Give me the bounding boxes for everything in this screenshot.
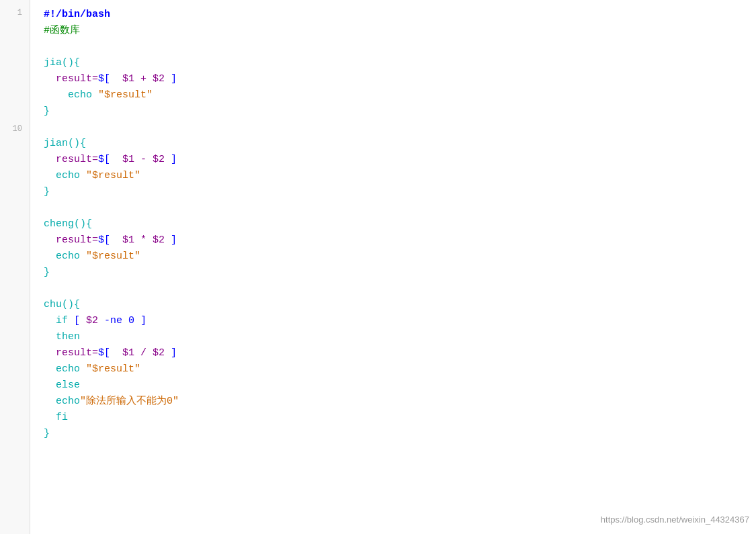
token: #!/bin/bash (44, 9, 110, 20)
token: { (80, 138, 86, 149)
token: $2 (86, 315, 104, 326)
line-number (22, 148, 26, 161)
token: jia() (44, 57, 74, 69)
token: ] (171, 73, 177, 85)
code-line: #!/bin/bash (44, 7, 743, 23)
token: [ (74, 315, 86, 326)
token: then (44, 331, 80, 343)
line-number (22, 161, 26, 174)
line-number: 10 (13, 123, 26, 136)
token: } (44, 428, 50, 439)
token: $[ (98, 154, 110, 165)
code-line: echo "$result" (44, 249, 743, 265)
code-line (44, 120, 743, 136)
line-number (22, 84, 26, 97)
token: echo (44, 363, 86, 375)
token: "$result" (86, 251, 140, 262)
token: } (44, 267, 50, 278)
line-number (22, 200, 26, 213)
line-number (22, 97, 26, 109)
token: $1 - $2 (110, 154, 171, 165)
line-number (22, 71, 26, 84)
code-area: #!/bin/bash#函数库 jia(){ result=$[ $1 + $2… (34, 7, 743, 442)
token: echo (44, 170, 86, 181)
token: { (74, 57, 80, 69)
token: result= (44, 73, 98, 85)
line-numbers: 110 (0, 0, 30, 534)
token: $1 + $2 (110, 73, 171, 85)
token: echo (44, 89, 98, 101)
code-line: } (44, 103, 743, 120)
line-number (22, 290, 26, 303)
token: result= (44, 234, 98, 246)
token: chu() (44, 299, 74, 310)
line-number (22, 32, 26, 45)
line-number (22, 19, 26, 32)
token: { (74, 299, 80, 310)
token: echo (44, 251, 86, 262)
code-line: else (44, 377, 743, 394)
token: ] (140, 315, 146, 326)
watermark: https://blog.csdn.net/weixin_44324367 (601, 513, 749, 527)
token: } (44, 105, 50, 117)
code-line: result=$[ $1 + $2 ] (44, 71, 743, 87)
token: #函数库 (44, 25, 80, 36)
line-number (22, 213, 26, 226)
token: fi (44, 412, 68, 423)
token: ] (171, 234, 177, 246)
line-number: 1 (17, 7, 26, 19)
code-line (44, 200, 743, 216)
code-line: if [ $2 -ne 0 ] (44, 313, 743, 329)
line-number (22, 316, 26, 329)
token: ] (171, 347, 177, 359)
token: "$result" (98, 89, 153, 101)
token: echo (44, 396, 80, 407)
line-number (22, 342, 26, 355)
token: jian() (44, 138, 80, 149)
code-line: jian(){ (44, 136, 743, 152)
token: if (44, 315, 74, 326)
token: $[ (98, 347, 110, 359)
editor-container: 🔍 110 #!/bin/bash#函数库 jia(){ result=$[ $… (0, 0, 756, 534)
line-number (22, 136, 26, 148)
token: 0 (128, 315, 140, 326)
code-line: jia(){ (44, 55, 743, 71)
line-number (22, 265, 26, 277)
line-number (22, 226, 26, 238)
line-number (22, 187, 26, 200)
code-line: fi (44, 410, 743, 426)
token: { (86, 218, 92, 230)
line-number (22, 252, 26, 265)
token: } (44, 186, 50, 197)
token: $1 * $2 (110, 234, 171, 246)
code-line: } (44, 265, 743, 281)
line-number (22, 110, 26, 123)
code-line: cheng(){ (44, 216, 743, 232)
line-number (22, 58, 26, 71)
token: "$result" (86, 363, 140, 375)
code-line: echo "$result" (44, 168, 743, 184)
code-line: } (44, 426, 743, 442)
line-number (22, 238, 26, 251)
token: ] (171, 154, 177, 165)
code-line (44, 39, 743, 55)
token: "$result" (86, 170, 140, 181)
token: -ne (104, 315, 128, 326)
token: "除法所输入不能为0" (80, 396, 179, 407)
token: $[ (98, 234, 110, 246)
token: cheng() (44, 218, 86, 230)
code-line: chu(){ (44, 297, 743, 313)
token: result= (44, 347, 98, 359)
code-line: result=$[ $1 / $2 ] (44, 345, 743, 361)
code-line (44, 281, 743, 297)
code-line: echo"除法所输入不能为0" (44, 394, 743, 410)
line-number (22, 329, 26, 342)
code-line: #函数库 (44, 23, 743, 39)
line-number (22, 277, 26, 290)
code-line: result=$[ $1 * $2 ] (44, 232, 743, 249)
code-line: echo "$result" (44, 87, 743, 103)
code-line: echo "$result" (44, 361, 743, 377)
token: $[ (98, 73, 110, 85)
token: else (44, 380, 80, 391)
token: $1 / $2 (110, 347, 171, 359)
